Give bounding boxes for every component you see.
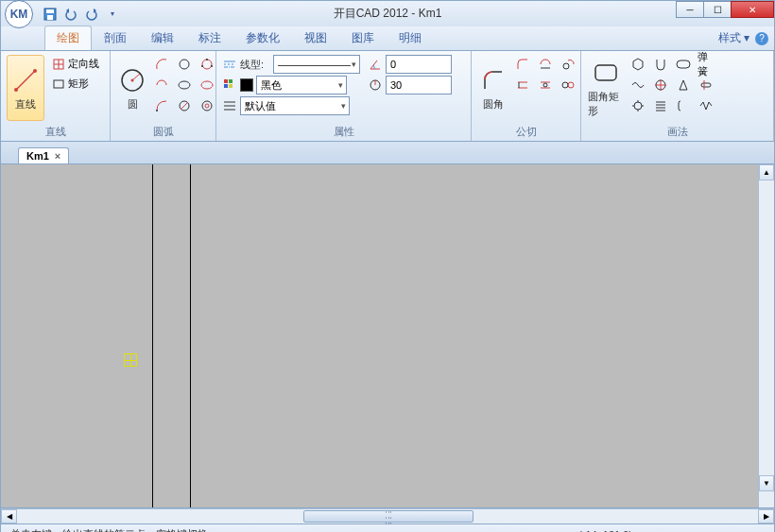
length-input[interactable] [386, 76, 452, 94]
scroll-right-icon[interactable]: ▶ [758, 509, 774, 523]
tangent-tool2-icon[interactable] [536, 55, 555, 74]
svg-point-19 [201, 81, 213, 89]
save-icon[interactable] [41, 5, 60, 24]
slash-circle-icon[interactable] [175, 96, 194, 115]
fillet-button[interactable]: 圆角 [477, 55, 509, 121]
cone-icon[interactable] [674, 76, 693, 94]
tab-parametric[interactable]: 参数化 [233, 26, 292, 50]
help-icon[interactable]: ? [755, 32, 768, 45]
svg-rect-30 [224, 84, 228, 88]
ring-tool-icon[interactable] [198, 96, 216, 115]
group-label: 直线 [7, 123, 104, 139]
qat-dropdown-icon[interactable]: ▾ [103, 5, 122, 24]
vertical-scrollbar[interactable]: ▲ ▼ [758, 164, 774, 507]
slot-icon[interactable] [674, 55, 693, 74]
svg-rect-31 [229, 84, 232, 88]
rectangle-button[interactable]: 矩形 [48, 75, 103, 93]
close-tab-icon[interactable]: × [55, 150, 60, 162]
angle-input[interactable] [386, 55, 452, 74]
scroll-left-icon[interactable]: ◀ [1, 509, 17, 523]
svg-rect-29 [229, 79, 232, 83]
svg-point-45 [562, 82, 568, 88]
fillet-icon [478, 65, 508, 95]
gear-icon[interactable] [629, 96, 647, 115]
tab-edit[interactable]: 编辑 [139, 26, 186, 50]
tangent-tool1-icon[interactable] [513, 55, 532, 74]
close-button[interactable]: ✕ [731, 1, 774, 18]
group-label: 画法 [587, 123, 767, 139]
circle2-tool-icon[interactable] [175, 55, 194, 74]
group-label: 圆弧 [116, 123, 210, 139]
svg-point-20 [156, 110, 158, 112]
status-coordinates: (-14 ,131.9) [578, 529, 632, 533]
group-properties: 线型: ——————— 黑色 默认值 [216, 51, 472, 141]
svg-point-24 [205, 104, 209, 108]
svg-point-17 [211, 65, 213, 67]
maximize-button[interactable]: ☐ [703, 1, 732, 18]
rectangle-icon [52, 77, 65, 91]
undo-icon[interactable] [61, 5, 80, 24]
wave-icon[interactable] [629, 76, 647, 94]
cross-circle-icon[interactable] [651, 76, 670, 94]
zigzag-icon[interactable] [697, 96, 715, 115]
bracket-icon[interactable] [674, 96, 693, 115]
key-slot-icon[interactable] [697, 76, 715, 94]
svg-rect-1 [46, 9, 54, 13]
svg-line-3 [16, 71, 35, 90]
svg-point-15 [206, 59, 208, 60]
roundrect-button[interactable]: 圆角矩形 [587, 55, 625, 121]
drawing-canvas[interactable] [1, 164, 758, 507]
hexagon-icon[interactable] [629, 55, 647, 74]
color-palette-icon [222, 77, 237, 93]
ellipse2-tool-icon[interactable] [198, 76, 216, 94]
linetype-select[interactable]: ——————— [273, 55, 360, 74]
thread-icon[interactable] [651, 96, 670, 115]
tab-detail[interactable]: 明细 [387, 26, 434, 50]
arc3-tool-icon[interactable] [152, 96, 171, 115]
scrollbar-thumb[interactable] [303, 510, 474, 523]
tab-library[interactable]: 图库 [339, 26, 387, 50]
linetype-icon [222, 57, 237, 72]
horizontal-scrollbar[interactable]: ◀ ▶ [0, 508, 775, 524]
u-shape-icon[interactable] [651, 55, 670, 74]
app-icon[interactable]: KM [5, 0, 33, 28]
line-icon [10, 65, 41, 95]
tab-view[interactable]: 视图 [292, 26, 339, 50]
tangent-tool3-icon[interactable] [559, 55, 577, 74]
arc2-tool-icon[interactable] [152, 76, 171, 94]
ellipse-tool-icon[interactable] [175, 76, 194, 94]
tangent-tool6-icon[interactable] [559, 76, 577, 94]
circle3-tool-icon[interactable] [198, 55, 216, 74]
cursor-crosshair-icon [124, 353, 137, 367]
color-select[interactable]: 黑色 [256, 76, 347, 94]
directed-line-button[interactable]: 定向线 [48, 55, 103, 73]
style-dropdown[interactable]: 样式 ▾ [718, 30, 749, 46]
color-swatch [240, 78, 253, 92]
ribbon: 直线 定向线 矩形 直线 圆 [0, 51, 775, 142]
length-icon [368, 77, 383, 93]
canvas-area: ▲ ▼ [0, 164, 775, 508]
ribbon-tabs: 绘图 剖面 编辑 标注 参数化 视图 图库 明细 样式 ▾ ? [0, 26, 775, 51]
svg-rect-28 [224, 79, 228, 83]
svg-marker-48 [633, 59, 643, 70]
tab-draw[interactable]: 绘图 [44, 26, 92, 50]
scroll-up-icon[interactable]: ▲ [759, 164, 774, 180]
angle-icon [368, 57, 383, 72]
spring-button[interactable]: 弹簧 [697, 55, 715, 74]
circle-button[interactable]: 圆 [116, 55, 148, 121]
line-button[interactable]: 直线 [7, 55, 44, 121]
tab-annotate[interactable]: 标注 [186, 26, 233, 50]
svg-rect-47 [595, 65, 616, 80]
svg-rect-52 [701, 83, 711, 87]
svg-point-12 [131, 78, 134, 81]
default-select[interactable]: 默认值 [240, 96, 350, 115]
scroll-down-icon[interactable]: ▼ [759, 475, 774, 491]
document-tab[interactable]: Km1 × [18, 147, 69, 163]
tangent-tool4-icon[interactable] [513, 76, 532, 94]
tab-section[interactable]: 剖面 [92, 26, 139, 50]
redo-icon[interactable] [82, 5, 101, 24]
minimize-button[interactable]: ─ [676, 1, 704, 18]
tangent-tool5-icon[interactable] [536, 76, 555, 94]
svg-point-13 [180, 60, 189, 69]
arc-tool-icon[interactable] [152, 55, 171, 74]
